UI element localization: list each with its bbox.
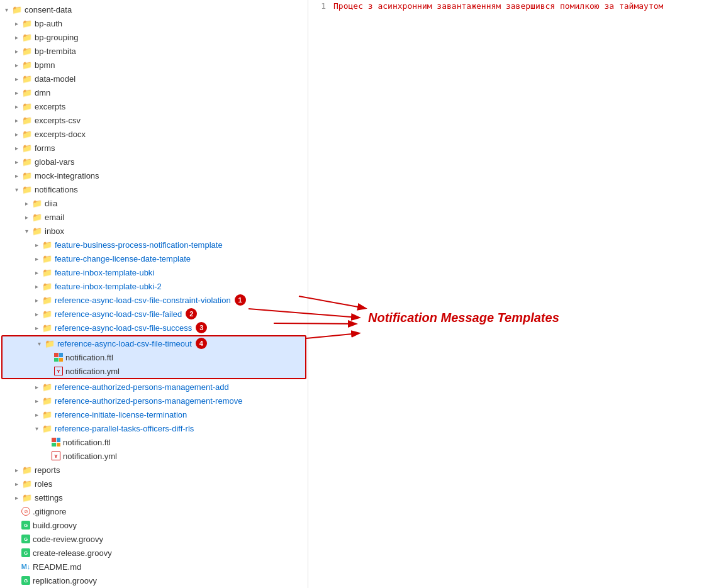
toggle-inbox[interactable]: ▾ xyxy=(21,228,31,235)
label-feature-inbox-ubki: feature-inbox-template-ubki xyxy=(55,268,154,277)
toggle-diia[interactable]: ▸ xyxy=(21,200,31,207)
label-ref-auth-add: reference-authorized-persons-management-… xyxy=(55,382,229,392)
toggle-dmn[interactable]: ▸ xyxy=(11,89,21,96)
folder-icon-notifications: 📁 xyxy=(21,185,33,194)
tree-item-roles[interactable]: ▸ 📁 roles xyxy=(0,477,308,491)
toggle-bp-grouping[interactable]: ▸ xyxy=(11,34,21,41)
toggle-data-model[interactable]: ▸ xyxy=(11,75,21,82)
toggle-ref-timeout[interactable]: ▾ xyxy=(34,340,44,347)
tree-item-ref-auth-add[interactable]: ▸ 📁 reference-authorized-persons-managem… xyxy=(0,380,308,394)
badge-3: 3 xyxy=(196,322,207,333)
tree-item-bp-auth[interactable]: ▸ 📁 bp-auth xyxy=(0,16,308,30)
toggle-feature-inbox-ubki-2[interactable]: ▸ xyxy=(31,283,42,290)
toggle-feature-business[interactable]: ▸ xyxy=(31,241,42,248)
tree-item-feature-change-license[interactable]: ▸ 📁 feature-change-license-date-template xyxy=(0,252,308,265)
label-dmn: dmn xyxy=(35,88,50,97)
tree-item-ref-auth-remove[interactable]: ▸ 📁 reference-authorized-persons-managem… xyxy=(0,394,308,408)
label-settings: settings xyxy=(35,493,63,502)
tree-item-excerpts-csv[interactable]: ▸ 📁 excerpts-csv xyxy=(0,113,308,127)
tree-item-feature-inbox-ubki-2[interactable]: ▸ 📁 feature-inbox-template-ubki-2 xyxy=(0,279,308,293)
toggle-global-vars[interactable]: ▸ xyxy=(11,158,21,165)
label-forms: forms xyxy=(35,143,55,153)
tree-item-notification-ftl-2[interactable]: notification.ftl xyxy=(0,435,308,449)
toggle-excerpts[interactable]: ▸ xyxy=(11,103,21,110)
toggle-consent-data[interactable]: ▾ xyxy=(1,6,11,13)
toggle-ref-success[interactable]: ▸ xyxy=(31,325,42,331)
editor-line-1: 1 Процес з асинхронним завантаженням зав… xyxy=(308,0,721,12)
toggle-reports[interactable]: ▸ xyxy=(11,467,21,474)
tree-item-notifications[interactable]: ▾ 📁 notifications xyxy=(0,182,308,196)
toggle-mock-integrations[interactable]: ▸ xyxy=(11,172,21,179)
tree-item-forms[interactable]: ▸ 📁 forms xyxy=(0,141,308,155)
folder-icon-ref-parallel: 📁 xyxy=(42,424,53,433)
tree-item-ref-parallel[interactable]: ▾ 📁 reference-parallel-tasks-officers-di… xyxy=(0,421,308,435)
spacer-yml-2 xyxy=(42,453,52,460)
tree-item-code-review-groovy[interactable]: G code-review.groovy xyxy=(0,532,308,546)
label-bpmn: bpmn xyxy=(35,60,55,70)
spacer-yml xyxy=(44,368,54,375)
label-ref-parallel: reference-parallel-tasks-officers-diff-r… xyxy=(55,424,194,433)
tree-item-replication-groovy[interactable]: G replication.groovy xyxy=(0,574,308,587)
label-bp-auth: bp-auth xyxy=(35,19,62,28)
tree-item-ref-success[interactable]: ▸ 📁 reference-async-load-csv-file-succes… xyxy=(0,321,308,335)
label-readme: README.md xyxy=(33,562,81,572)
toggle-settings[interactable]: ▸ xyxy=(11,494,21,501)
tree-item-feature-inbox-ubki[interactable]: ▸ 📁 feature-inbox-template-ubki xyxy=(0,265,308,279)
toggle-bp-auth[interactable]: ▸ xyxy=(11,20,21,27)
toggle-excerpts-docx[interactable]: ▸ xyxy=(11,131,21,138)
tree-item-notification-yml-2[interactable]: Y notification.yml xyxy=(0,449,308,463)
spacer-code-review xyxy=(11,536,21,543)
toggle-ref-constraint[interactable]: ▸ xyxy=(31,297,42,304)
toggle-excerpts-csv[interactable]: ▸ xyxy=(11,117,21,124)
tree-item-reports[interactable]: ▸ 📁 reports xyxy=(0,463,308,477)
folder-icon-ref-initiate: 📁 xyxy=(42,410,53,419)
badge-1: 1 xyxy=(235,294,246,306)
toggle-forms[interactable]: ▸ xyxy=(11,145,21,152)
line-number-1: 1 xyxy=(308,1,333,11)
tree-item-build-groovy[interactable]: G build.groovy xyxy=(0,518,308,532)
toggle-roles[interactable]: ▸ xyxy=(11,480,21,487)
label-notification-yml-2: notification.yml xyxy=(63,452,117,461)
tree-item-ref-constraint[interactable]: ▸ 📁 reference-async-load-csv-file-constr… xyxy=(0,293,308,307)
tree-item-notification-ftl[interactable]: notification.ftl xyxy=(3,350,305,364)
toggle-ref-failed[interactable]: ▸ xyxy=(31,311,42,318)
tree-item-bp-grouping[interactable]: ▸ 📁 bp-grouping xyxy=(0,30,308,44)
label-create-release-groovy: create-release.groovy xyxy=(33,548,112,558)
folder-icon-ref-auth-add: 📁 xyxy=(42,382,53,392)
toggle-ref-auth-remove[interactable]: ▸ xyxy=(31,397,42,404)
toggle-ref-auth-add[interactable]: ▸ xyxy=(31,384,42,391)
tree-item-feature-business[interactable]: ▸ 📁 feature-business-process-notificatio… xyxy=(0,238,308,252)
tree-item-create-release-groovy[interactable]: G create-release.groovy xyxy=(0,546,308,560)
tree-item-ref-timeout[interactable]: ▾ 📁 reference-async-load-csv-file-timeou… xyxy=(3,336,305,350)
toggle-feature-inbox-ubki[interactable]: ▸ xyxy=(31,269,42,276)
toggle-email[interactable]: ▸ xyxy=(21,214,31,221)
toggle-ref-parallel[interactable]: ▾ xyxy=(31,425,42,432)
tree-item-excerpts-docx[interactable]: ▸ 📁 excerpts-docx xyxy=(0,127,308,141)
tree-item-bp-trembita[interactable]: ▸ 📁 bp-trembita xyxy=(0,44,308,58)
tree-item-readme[interactable]: M↓ README.md xyxy=(0,560,308,574)
tree-item-inbox[interactable]: ▾ 📁 inbox xyxy=(0,224,308,238)
tree-item-settings[interactable]: ▸ 📁 settings xyxy=(0,491,308,504)
toggle-notifications[interactable]: ▾ xyxy=(11,186,21,193)
toggle-bpmn[interactable]: ▸ xyxy=(11,62,21,69)
tree-item-dmn[interactable]: ▸ 📁 dmn xyxy=(0,86,308,99)
file-tree-panel[interactable]: ▾ 📁 consent-data ▸ 📁 bp-auth ▸ 📁 bp-grou… xyxy=(0,0,308,588)
toggle-ref-initiate[interactable]: ▸ xyxy=(31,411,42,418)
label-feature-business: feature-business-process-notification-te… xyxy=(55,240,223,250)
tree-item-excerpts[interactable]: ▸ 📁 excerpts xyxy=(0,99,308,113)
tree-item-data-model[interactable]: ▸ 📁 data-model xyxy=(0,72,308,86)
tree-item-consent-data[interactable]: ▾ 📁 consent-data xyxy=(0,3,308,16)
label-ref-success: reference-async-load-csv-file-success xyxy=(55,323,192,333)
tree-item-mock-integrations[interactable]: ▸ 📁 mock-integrations xyxy=(0,169,308,182)
tree-item-email[interactable]: ▸ 📁 email xyxy=(0,210,308,224)
tree-item-diia[interactable]: ▸ 📁 diia xyxy=(0,196,308,210)
tree-item-global-vars[interactable]: ▸ 📁 global-vars xyxy=(0,155,308,169)
tree-item-gitignore[interactable]: ⊘ .gitignore xyxy=(0,504,308,518)
tree-item-notification-yml[interactable]: Y notification.yml xyxy=(3,364,305,378)
toggle-feature-change-license[interactable]: ▸ xyxy=(31,255,42,262)
tree-item-bpmn[interactable]: ▸ 📁 bpmn xyxy=(0,58,308,72)
tree-item-ref-initiate[interactable]: ▸ 📁 reference-initiate-license-terminati… xyxy=(0,408,308,421)
folder-icon-reports: 📁 xyxy=(21,465,33,475)
toggle-bp-trembita[interactable]: ▸ xyxy=(11,48,21,55)
tree-item-ref-failed[interactable]: ▸ 📁 reference-async-load-csv-file-failed… xyxy=(0,307,308,321)
